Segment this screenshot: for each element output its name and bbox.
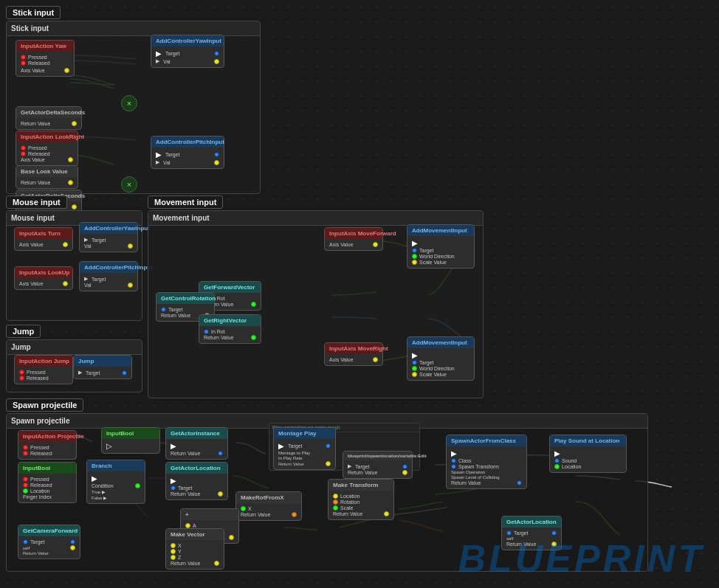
- stick-input-badge: Stick input: [6, 6, 61, 19]
- play-sound-header: Play Sound at Location: [550, 435, 626, 446]
- get-actor-instance-header: GetActorInstance: [166, 428, 227, 439]
- get-actor-instance-node[interactable]: GetActorInstance ▶ Return Value: [165, 427, 228, 460]
- input-action-jump-node[interactable]: InputAction Jump Pressed Released: [14, 355, 73, 384]
- input-action-look-right-header: InputAction LookRight: [16, 131, 78, 142]
- input-action-projectile-node[interactable]: InputAction Projectile Pressed Released: [18, 430, 77, 460]
- spawn-actor-header: SpawnActorFromClass: [447, 435, 526, 446]
- jump-header: Jump: [74, 356, 131, 367]
- get-actor-location-header: GetActorLocation: [166, 463, 227, 474]
- make-rot-from-fwd-header: MakeRotFromX: [236, 492, 301, 503]
- add-ctrl-yaw-mouse-header: AddControllerYawInput: [80, 223, 137, 234]
- add-movement-input-1-node[interactable]: AddMovementInput ▶ Target World Directio…: [407, 224, 475, 269]
- multiply-node-1[interactable]: ×: [121, 95, 137, 111]
- input-bool-header: InputBool: [102, 428, 159, 439]
- base-look-value-header: Base Look Value: [16, 166, 78, 177]
- montage-play-node[interactable]: Montage Play ▶Target Montage to Play In …: [273, 427, 336, 470]
- mouse-input-panel: Mouse input InputAxis Turn Axis Value Ad…: [6, 210, 142, 321]
- input-axis-move-right-header: InputAxis MoveRight: [325, 343, 382, 354]
- get-actor-delta-header: GetActorDeltaSeconds: [16, 107, 81, 118]
- input-bool-2-header: InputBool: [18, 463, 76, 474]
- input-action-yaw-header: InputAction Yaw: [16, 41, 74, 52]
- spawn-projectile-badge: Spawn projectile: [6, 398, 83, 412]
- make-rot-from-fwd-node[interactable]: MakeRotFromX X Return Value: [235, 491, 302, 521]
- input-axis-lookup-node[interactable]: InputAxis LookUp Axis Value: [14, 266, 73, 290]
- make-transform-header: Make Transform: [328, 480, 393, 491]
- movement-input-panel: Movement input InputAxis MoveForward Axi…: [148, 210, 484, 398]
- add-controller-yaw-header: AddControllerYawInput: [151, 35, 224, 46]
- add-ctrl-pitch-mouse-header: AddControllerPitchInput: [80, 262, 137, 273]
- stick-input-panel: Stick input InputAction Yaw Pressed Rele…: [6, 21, 261, 194]
- input-action-yaw-node[interactable]: InputAction Yaw Pressed Released Axis Va…: [16, 40, 75, 77]
- add-ctrl-pitch-mouse-node[interactable]: AddControllerPitchInput ▶Target Val: [79, 261, 138, 291]
- get-actor-delta-node[interactable]: GetActorDeltaSeconds Return Value: [16, 106, 82, 130]
- mouse-input-badge: Mouse input: [6, 196, 67, 209]
- blueprint-watermark: BLUEPRINT: [458, 536, 704, 581]
- blueprint-location-header: blueprint/spawnlocation/variable:Edit: [343, 452, 412, 460]
- input-axis-move-forward-node[interactable]: InputAxis MoveForward Axis Value: [324, 227, 383, 251]
- base-look-value-node[interactable]: Base Look Value Return Value: [16, 165, 78, 189]
- add-controller-yaw-input-node[interactable]: AddControllerYawInput ▶Target ▶Val: [151, 35, 224, 68]
- input-axis-lookup-header: InputAxis LookUp: [15, 267, 72, 278]
- add-movement-input-1-header: AddMovementInput: [407, 225, 474, 236]
- jump-panel: Jump InputAction Jump Pressed Released J…: [6, 339, 142, 392]
- get-control-rotation-header: GetControlRotation: [156, 293, 214, 304]
- get-right-vector-header: GetRightVector: [199, 315, 261, 326]
- input-bool-node[interactable]: InputBool ▷: [101, 427, 160, 454]
- make-vector-node[interactable]: Make Vector X Y Z Return Value: [165, 528, 224, 570]
- input-axis-turn-node[interactable]: InputAxis Turn Axis Value: [14, 227, 73, 251]
- montage-play-header: Montage Play: [274, 428, 335, 439]
- jump-panel-title: Jump: [7, 340, 142, 355]
- make-transform-node[interactable]: Make Transform Location Rotation Scale R…: [328, 479, 394, 520]
- branch-node[interactable]: Branch ▶ Condition True ▶ False ▶: [86, 460, 145, 504]
- input-axis-turn-header: InputAxis Turn: [15, 228, 72, 239]
- spawn-actor-node[interactable]: SpawnActorFromClass ▶ Class Spawn Transf…: [446, 435, 527, 489]
- input-action-jump-header: InputAction Jump: [15, 356, 72, 367]
- get-right-vector-node[interactable]: GetRightVector In Rot Return Value: [199, 314, 261, 344]
- branch-header: Branch: [87, 460, 145, 471]
- add-ctrl-yaw-mouse-node[interactable]: AddControllerYawInput ▶Target Val: [79, 222, 138, 252]
- input-axis-move-right-node[interactable]: InputAxis MoveRight Axis Value: [324, 342, 383, 366]
- blueprint-location-node[interactable]: blueprint/spawnlocation/variable:Edit ▶T…: [343, 451, 413, 479]
- make-vector-header: Make Vector: [166, 529, 224, 540]
- jump-node[interactable]: Jump ▶Target: [73, 355, 132, 379]
- get-actor-location-node[interactable]: GetActorLocation ▶ Target Return Value: [165, 462, 228, 500]
- add-controller-pitch-header: AddControllerPitchInput: [151, 136, 224, 148]
- add-movement-input-2-header: AddMovementInput: [407, 337, 474, 348]
- input-action-projectile-header: InputAction Projectile: [18, 431, 76, 442]
- jump-badge: Jump: [6, 325, 41, 338]
- play-sound-node[interactable]: Play Sound at Location ▶ Sound Location: [549, 435, 627, 473]
- input-action-look-right-node[interactable]: InputAction LookRight Pressed Released A…: [16, 131, 78, 166]
- movement-input-panel-title: Movement input: [148, 211, 483, 226]
- input-axis-move-forward-header: InputAxis MoveForward: [325, 228, 382, 239]
- add-movement-input-2-node[interactable]: AddMovementInput ▶ Target World Directio…: [407, 336, 475, 381]
- get-cam-forward-header: GetCameraForward: [18, 525, 80, 536]
- add-controller-pitch-node[interactable]: AddControllerPitchInput ▶Target ▶Val: [151, 136, 224, 169]
- get-forward-vector-header: GetForwardVector: [199, 282, 261, 293]
- stick-input-panel-title: Stick input: [7, 21, 260, 36]
- movement-input-badge: Movement input: [148, 196, 223, 209]
- get-cam-forward-node[interactable]: GetCameraForward Target self Return Valu…: [18, 525, 80, 559]
- get-actor-location-2-header: GetActorLocation: [502, 516, 561, 528]
- input-bool-2-node[interactable]: InputBool Pressed Released Location Fing…: [18, 462, 77, 503]
- add-offset-header: +: [181, 509, 238, 520]
- multiply-node-2[interactable]: ×: [121, 176, 137, 193]
